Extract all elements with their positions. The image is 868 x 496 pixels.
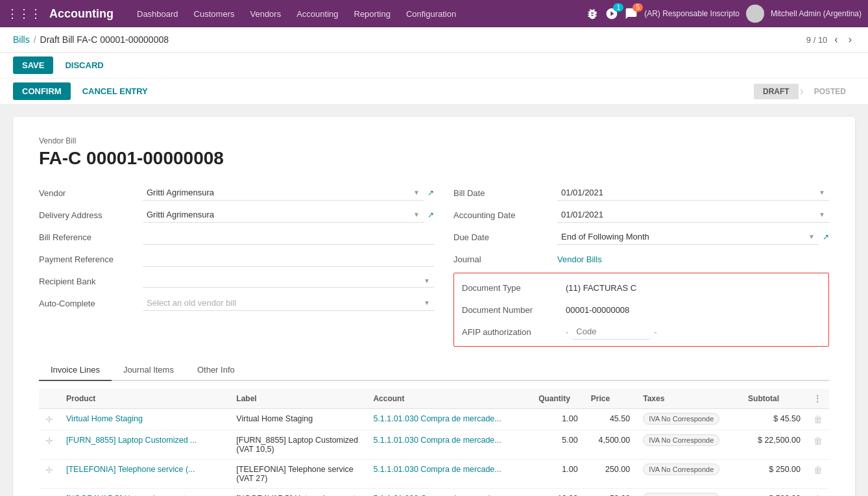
drag-handle-cell: ✛ (39, 489, 60, 497)
drag-handle-icon[interactable]: ✛ (45, 465, 53, 475)
afip-value: - - (566, 324, 821, 340)
bill-date-select[interactable]: 01/01/2021 ▼ (557, 185, 829, 201)
vendor-label: Vendor (39, 188, 143, 198)
drag-handle-cell: ✛ (39, 460, 60, 489)
auto-complete-value: Select an old vendor bill ▼ (143, 295, 434, 311)
vendor-select[interactable]: Gritti Agrimensura ▼ (143, 185, 424, 201)
th-taxes: Taxes (636, 389, 741, 409)
nav-configuration[interactable]: Configuration (400, 6, 463, 21)
grid-icon[interactable]: ⋮⋮⋮ (6, 6, 42, 21)
th-quantity: Quantity (532, 389, 585, 409)
column-menu-icon[interactable]: ⋮ (814, 394, 821, 403)
due-date-ext-link[interactable]: ↗ (823, 232, 829, 242)
recipient-bank-row: Recipient Bank ▼ (39, 270, 434, 292)
tax-cell: IVA No Corresponde (636, 409, 741, 430)
document-type-label: Document Type (462, 283, 566, 293)
save-button[interactable]: SAVE (13, 56, 53, 74)
afip-dash2: - (654, 327, 657, 337)
delete-cell: 🗑 (807, 460, 829, 489)
tab-invoice-lines[interactable]: Invoice Lines (39, 360, 112, 381)
breadcrumb: Bills / Draft Bill FA-C 00001-00000008 (13, 34, 169, 45)
auto-complete-row: Auto-Complete Select an old vendor bill … (39, 292, 434, 314)
avatar[interactable] (746, 5, 764, 23)
nav-vendors[interactable]: Vendors (243, 6, 287, 21)
delivery-address-value: Gritti Agrimensura ▼ ↗ (143, 207, 434, 223)
label-cell: [TELEFONIA] Telephone service (VAT 27) (230, 460, 367, 489)
journal-link[interactable]: Vendor Bills (557, 254, 602, 264)
status-draft[interactable]: DRAFT (754, 84, 799, 99)
delete-icon[interactable]: 🗑 (814, 414, 823, 425)
bill-reference-label: Bill Reference (39, 232, 143, 242)
due-date-row: Due Date End of Following Month ▼ ↗ (453, 226, 829, 248)
nav-accounting[interactable]: Accounting (290, 6, 344, 21)
navbar-right: 1 5 (AR) Responsable Inscripto Mitchell … (586, 5, 862, 23)
discard-button[interactable]: DISCARD (58, 56, 110, 74)
product-link[interactable]: Virtual Home Staging (66, 414, 143, 423)
breadcrumb-parent[interactable]: Bills (13, 34, 30, 45)
delete-cell: 🗑 (807, 489, 829, 497)
nav-reporting[interactable]: Reporting (348, 6, 397, 21)
product-cell: [NOGRAVADO] Untaxed concepts ... (60, 489, 230, 497)
confirm-button[interactable]: CONFIRM (13, 82, 71, 100)
payment-reference-label: Payment Reference (39, 254, 143, 264)
nav-dashboard[interactable]: Dashboard (130, 6, 185, 21)
accounting-date-value: 01/01/2021 ▼ (557, 207, 829, 223)
delivery-ext-link[interactable]: ↗ (428, 210, 434, 219)
accounting-date-select[interactable]: 01/01/2021 ▼ (557, 207, 829, 223)
recipient-bank-arrow: ▼ (424, 277, 430, 284)
confirm-actions: CONFIRM CANCEL ENTRY (13, 82, 154, 100)
afip-code-input[interactable] (572, 324, 650, 340)
tab-journal-items[interactable]: Journal Items (112, 360, 186, 381)
pagination-next[interactable]: › (845, 32, 855, 47)
due-date-arrow: ▼ (808, 233, 815, 240)
auto-complete-select[interactable]: Select an old vendor bill ▼ (143, 295, 434, 311)
delivery-address-row: Delivery Address Gritti Agrimensura ▼ ↗ (39, 204, 434, 226)
chat-icon-btn[interactable]: 5 (625, 7, 638, 20)
vendor-ext-link[interactable]: ↗ (428, 188, 434, 197)
product-link[interactable]: [FURN_8855] Laptop Customized ... (66, 436, 197, 445)
delete-icon[interactable]: 🗑 (814, 465, 823, 475)
chat-badge: 5 (633, 3, 643, 12)
status-posted[interactable]: POSTED (805, 84, 855, 99)
document-type-value: (11) FACTURAS C (566, 283, 821, 293)
journal-label: Journal (453, 254, 557, 264)
pagination-prev[interactable]: ‹ (831, 32, 841, 47)
drag-handle-icon[interactable]: ✛ (45, 414, 53, 425)
th-menu: ⋮ (807, 389, 829, 409)
tab-other-info[interactable]: Other Info (186, 360, 247, 381)
bug-icon-btn[interactable] (586, 7, 599, 20)
afip-label: AFIP authorization (462, 327, 566, 337)
drag-handle-icon[interactable]: ✛ (45, 436, 53, 446)
cancel-entry-button[interactable]: CANCEL ENTRY (76, 82, 154, 100)
delivery-address-select[interactable]: Gritti Agrimensura ▼ (143, 207, 424, 223)
accounting-date-row: Accounting Date 01/01/2021 ▼ (453, 204, 829, 226)
delete-icon[interactable]: 🗑 (814, 436, 823, 446)
auto-complete-arrow: ▼ (424, 299, 430, 306)
bill-reference-input[interactable] (143, 229, 434, 245)
account-cell: 5.1.1.01.030 Compra de mercade... (367, 460, 532, 489)
navbar-menu: Dashboard Customers Vendors Accounting R… (130, 6, 582, 21)
activity-icon-btn[interactable]: 1 (605, 7, 618, 20)
due-date-select[interactable]: End of Following Month ▼ (557, 229, 819, 245)
document-number-row: Document Number 00001-00000008 (462, 301, 821, 319)
afip-dash1: - (566, 327, 568, 337)
recipient-bank-select[interactable]: ▼ (143, 275, 434, 288)
document-number-value: 00001-00000008 (566, 305, 821, 315)
bill-date-label: Bill Date (453, 188, 557, 198)
payment-reference-input[interactable] (143, 251, 434, 267)
delete-cell: 🗑 (807, 409, 829, 430)
vendor-row: Vendor Gritti Agrimensura ▼ ↗ (39, 182, 434, 204)
document-number-label: Document Number (462, 305, 566, 315)
vendor-dropdown-arrow: ▼ (413, 189, 420, 196)
user-label[interactable]: Mitchell Admin (Argentina) (771, 9, 862, 18)
bill-date-value: 01/01/2021 ▼ (557, 185, 829, 201)
label-cell: [NOGRAVADO] Untaxed concepts (VAT NT) (230, 489, 367, 497)
bill-reference-value (143, 229, 434, 245)
product-link[interactable]: [TELEFONIA] Telephone service (... (66, 465, 195, 474)
drag-handle-cell: ✛ (39, 409, 60, 430)
th-subtotal: Subtotal (741, 389, 807, 409)
price-cell: 4,500.00 (585, 430, 637, 460)
nav-customers[interactable]: Customers (187, 6, 241, 21)
status-arrow: › (800, 84, 804, 98)
tax-badge: IVA No Corresponde (643, 413, 719, 425)
